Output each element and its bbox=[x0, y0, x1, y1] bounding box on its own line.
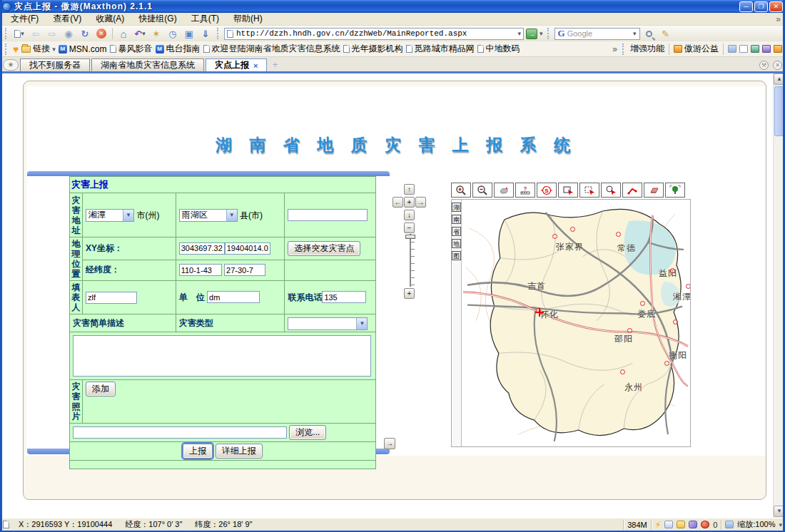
address-bar[interactable]: http://dzzh.hndh.gov.cn/dzzhWeb/MainRepo… bbox=[224, 28, 524, 40]
menu-help[interactable]: 帮助(H) bbox=[227, 12, 269, 26]
reporter-input[interactable] bbox=[86, 292, 137, 304]
folder-icon[interactable] bbox=[677, 521, 685, 528]
eraser-tool-icon[interactable] bbox=[644, 183, 664, 198]
pan-right-button[interactable]: → bbox=[415, 197, 426, 208]
home-icon[interactable]: ⌂ bbox=[116, 27, 131, 40]
phone-input[interactable] bbox=[322, 291, 366, 303]
full-extent-tool-icon[interactable] bbox=[665, 183, 685, 198]
menu-view[interactable]: 查看(V) bbox=[46, 12, 88, 26]
description-textarea[interactable] bbox=[73, 335, 371, 377]
new-tab-icon[interactable]: ▾ bbox=[12, 27, 26, 40]
maximize-button[interactable]: ❐ bbox=[754, 1, 768, 12]
bookmarks-overflow-chevron[interactable]: » bbox=[612, 44, 617, 54]
detail-address-input[interactable] bbox=[288, 209, 368, 221]
close-all-icon[interactable]: ✕ bbox=[773, 61, 782, 70]
download-icon[interactable]: ⇓ bbox=[198, 27, 213, 40]
zoom-dropdown-icon[interactable]: ▾ bbox=[779, 521, 782, 528]
add-photo-button[interactable]: 添加 bbox=[86, 382, 116, 397]
minimize-button[interactable]: ─ bbox=[739, 1, 753, 12]
zoom-out-step-button[interactable]: − bbox=[404, 222, 415, 233]
skin-icon[interactable] bbox=[762, 45, 771, 53]
tab-disaster-report[interactable]: 灾点上报× bbox=[206, 58, 267, 71]
bookmarks-grip[interactable] bbox=[5, 44, 8, 55]
unit-input[interactable] bbox=[207, 291, 260, 303]
bookmark-item[interactable]: 觅路城市精品网 bbox=[406, 43, 475, 55]
search-magnifier-icon[interactable] bbox=[642, 27, 657, 40]
search-engine-dropdown-icon[interactable]: ▾ bbox=[633, 30, 637, 37]
capture-icon[interactable]: ▣ bbox=[182, 27, 196, 40]
address-url[interactable]: http://dzzh.hndh.gov.cn/dzzhWeb/MainRepo… bbox=[236, 29, 515, 38]
magic-wand-icon[interactable]: ✶ bbox=[149, 27, 163, 40]
tab-server-not-found[interactable]: 找不到服务器 bbox=[20, 58, 90, 71]
city-select[interactable]: 湘潭▼ bbox=[86, 209, 134, 222]
history-clock-icon[interactable]: ◷ bbox=[166, 27, 180, 40]
toolbar-grip[interactable] bbox=[217, 28, 220, 39]
resize-icon[interactable] bbox=[725, 521, 734, 528]
maxthon-charity-button[interactable]: 傲游公益 bbox=[674, 43, 719, 55]
new-tab-button[interactable]: + bbox=[268, 59, 281, 71]
bookmark-item[interactable]: 欢迎登陆湖南省地质灾害信息系统 bbox=[203, 43, 340, 55]
pan-up-button[interactable]: ↑ bbox=[404, 184, 415, 195]
go-button[interactable]: → bbox=[526, 29, 537, 39]
bookmark-item[interactable]: M电台指南 bbox=[156, 43, 201, 55]
county-select[interactable]: 雨湖区▼ bbox=[179, 209, 238, 222]
stop-icon[interactable]: ✕ bbox=[94, 27, 108, 40]
scale-tool-icon[interactable]: S bbox=[537, 183, 557, 198]
forward-icon[interactable]: ⇨ bbox=[45, 27, 59, 40]
enhance-features-button[interactable]: 增强功能 bbox=[630, 43, 664, 55]
chevron-down-icon[interactable]: ▼ bbox=[226, 210, 237, 221]
bookmark-item[interactable]: 暴风影音 bbox=[110, 43, 153, 55]
zoom-out-tool-icon[interactable] bbox=[472, 183, 492, 198]
undo-icon[interactable]: ↶▾ bbox=[133, 27, 147, 40]
tab-list-star-button[interactable]: ★ bbox=[3, 59, 19, 71]
gesture-icon[interactable] bbox=[689, 521, 697, 528]
bookmark-item[interactable]: MMSN.com bbox=[59, 44, 107, 54]
measure-distance-tool-icon[interactable]: ? bbox=[515, 183, 535, 198]
slider-thumb[interactable] bbox=[405, 235, 415, 239]
menu-overflow-chevron[interactable]: » bbox=[776, 14, 781, 24]
back-icon[interactable]: ⇦ bbox=[29, 27, 43, 40]
bookmarks-grip[interactable] bbox=[622, 44, 625, 55]
pan-down-button[interactable]: ↓ bbox=[404, 210, 415, 220]
pan-center-button[interactable]: + bbox=[404, 197, 415, 208]
close-button[interactable]: ✕ bbox=[769, 1, 783, 12]
notes-icon[interactable] bbox=[751, 45, 759, 53]
window-icon[interactable] bbox=[739, 45, 748, 53]
detailed-report-button[interactable]: 详细上报 bbox=[216, 444, 263, 459]
chevron-down-icon[interactable]: ▼ bbox=[123, 210, 133, 221]
refresh-icon[interactable]: ↻ bbox=[78, 27, 92, 40]
x-coordinate-input[interactable] bbox=[179, 242, 225, 255]
bookmark-item[interactable]: 光年摄影机构 bbox=[343, 43, 403, 55]
toolbar-grip[interactable] bbox=[5, 28, 8, 39]
menu-favorites[interactable]: 收藏(A) bbox=[89, 12, 131, 26]
disaster-type-select[interactable]: ▼ bbox=[288, 317, 368, 330]
select-circle-tool-icon[interactable] bbox=[601, 183, 621, 198]
zoom-level-slider[interactable] bbox=[407, 234, 414, 287]
submit-button[interactable]: 上报 bbox=[183, 444, 213, 459]
search-box[interactable]: G Google ▾ bbox=[554, 28, 640, 40]
bookmark-links-folder[interactable]: 链接▾ bbox=[21, 43, 56, 55]
pan-tool-icon[interactable] bbox=[494, 183, 514, 198]
menu-file[interactable]: 文件(F) bbox=[4, 12, 45, 26]
select-box-tool-icon[interactable] bbox=[579, 183, 599, 198]
highlighter-icon[interactable]: ✎ bbox=[659, 27, 673, 40]
address-dropdown-icon[interactable]: ▾ bbox=[517, 30, 521, 37]
latitude-input[interactable] bbox=[224, 264, 265, 276]
browse-button[interactable]: 浏览... bbox=[289, 425, 326, 440]
bookmark-item[interactable]: 中地数码 bbox=[477, 43, 520, 55]
longitude-input[interactable] bbox=[179, 264, 222, 276]
tab-close-icon[interactable]: × bbox=[253, 61, 258, 70]
screen-icon[interactable] bbox=[728, 45, 736, 53]
chevron-down-icon[interactable]: ▼ bbox=[356, 318, 367, 329]
zoom-in-step-button[interactable]: + bbox=[404, 288, 415, 299]
popup-blocker-icon[interactable] bbox=[701, 521, 709, 528]
history-dropdown-icon[interactable]: ◉ bbox=[61, 27, 76, 40]
map-canvas[interactable]: 张家界常德益阳吉首湘潭怀化娄底邵阳衡阳永州 bbox=[462, 200, 690, 446]
boost-icon[interactable]: ⚡ bbox=[655, 520, 661, 530]
favorites-heart-icon[interactable]: ♥ bbox=[13, 44, 19, 55]
menu-tools[interactable]: 工具(T) bbox=[185, 12, 226, 26]
tab-hunan-info-system[interactable]: 湖南省地质灾害信息系统 bbox=[91, 58, 204, 71]
pan-left-button[interactable]: ← bbox=[392, 197, 403, 208]
plugin-icon[interactable] bbox=[774, 45, 782, 53]
collapse-panel-button[interactable]: → bbox=[384, 438, 395, 449]
